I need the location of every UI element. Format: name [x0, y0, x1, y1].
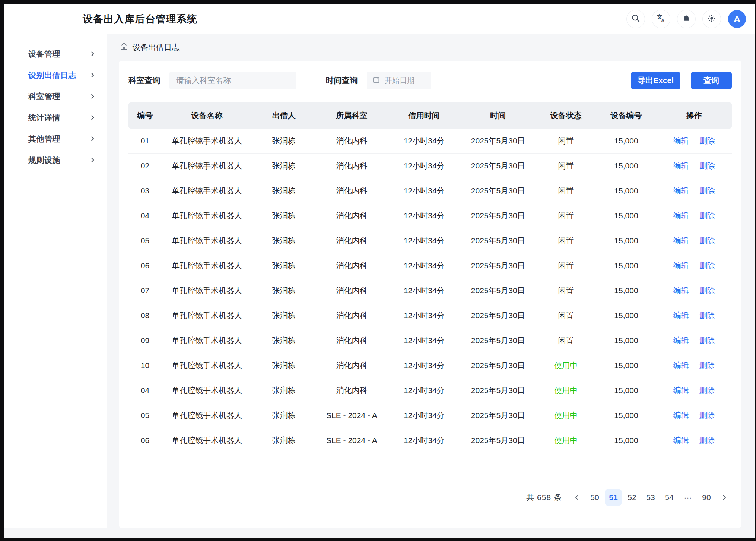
cell-device-name: 单孔腔镜手术机器人 — [162, 335, 252, 346]
start-date-picker[interactable]: 开始日期 — [367, 72, 431, 89]
page-number[interactable]: 52 — [624, 489, 640, 506]
query-button[interactable]: 查询 — [691, 72, 732, 89]
delete-link[interactable]: 删除 — [699, 161, 715, 171]
cell-id: 08 — [128, 311, 162, 320]
cell-borrower: 张润栋 — [252, 435, 315, 446]
page-number[interactable]: 50 — [587, 489, 603, 506]
cell-date: 2025年5月30日 — [460, 435, 536, 446]
delete-link[interactable]: 删除 — [699, 385, 715, 396]
edit-link[interactable]: 编辑 — [673, 335, 689, 346]
cell-borrower: 张润栋 — [252, 136, 315, 146]
column-header: 操作 — [656, 110, 732, 121]
cell-borrower: 张润栋 — [252, 260, 315, 271]
cell-borrow-duration: 12小时34分 — [388, 310, 460, 321]
edit-link[interactable]: 编辑 — [673, 435, 689, 446]
time-query-label: 时间查询 — [326, 75, 358, 86]
delete-link[interactable]: 删除 — [699, 360, 715, 371]
sidebar-item[interactable]: 规则设施 — [4, 149, 107, 171]
edit-link[interactable]: 编辑 — [673, 310, 689, 321]
edit-link[interactable]: 编辑 — [673, 235, 689, 246]
cell-actions: 编辑删除 — [656, 260, 732, 271]
delete-link[interactable]: 删除 — [699, 186, 715, 196]
cell-id: 06 — [128, 436, 162, 445]
column-header: 所属科室 — [315, 110, 388, 121]
edit-link[interactable]: 编辑 — [673, 186, 689, 196]
breadcrumb: 设备出借日志 — [107, 34, 755, 61]
page-number[interactable]: 90 — [698, 489, 715, 506]
edit-link[interactable]: 编辑 — [673, 360, 689, 371]
cell-device-number: 15,000 — [596, 236, 656, 245]
theme-button[interactable] — [703, 10, 721, 28]
user-avatar[interactable]: A — [728, 10, 746, 28]
cell-status: 闲置 — [536, 186, 596, 196]
sidebar-menu: 设备管理设别出借日志科室管理统计详情其他管理规则设施 — [4, 43, 107, 171]
page-number-active[interactable]: 51 — [605, 489, 622, 506]
cell-borrower: 张润栋 — [252, 360, 315, 371]
cell-borrow-duration: 12小时34分 — [388, 385, 460, 396]
header-actions: 文A A — [627, 10, 746, 28]
delete-link[interactable]: 删除 — [699, 310, 715, 321]
sidebar-item[interactable]: 设别出借日志 — [4, 64, 107, 86]
cell-department: SLE - 2024 - A — [315, 436, 388, 445]
cell-device-name: 单孔腔镜手术机器人 — [162, 161, 252, 171]
cell-device-number: 15,000 — [596, 361, 656, 370]
delete-link[interactable]: 删除 — [699, 136, 715, 146]
cell-device-number: 15,000 — [596, 411, 656, 420]
sidebar-item[interactable]: 设备管理 — [4, 43, 107, 64]
table-row: 10单孔腔镜手术机器人张润栋消化内科12小时34分2025年5月30日使用中15… — [128, 353, 732, 378]
sidebar-item[interactable]: 科室管理 — [4, 86, 107, 107]
edit-link[interactable]: 编辑 — [673, 211, 689, 221]
edit-link[interactable]: 编辑 — [673, 285, 689, 296]
cell-actions: 编辑删除 — [656, 335, 732, 346]
cell-borrower: 张润栋 — [252, 410, 315, 421]
sidebar-item[interactable]: 其他管理 — [4, 128, 107, 149]
cell-date: 2025年5月30日 — [460, 385, 536, 396]
filter-bar: 科室查询 时间查询 开始日期 导出Excel 查询 — [128, 72, 732, 89]
sidebar-item[interactable]: 统计详情 — [4, 107, 107, 128]
app-window: 设备出入库后台管理系统 文A — [4, 4, 755, 538]
edit-link[interactable]: 编辑 — [673, 161, 689, 171]
cell-date: 2025年5月30日 — [460, 136, 536, 146]
edit-link[interactable]: 编辑 — [673, 260, 689, 271]
cell-device-name: 单孔腔镜手术机器人 — [162, 310, 252, 321]
translate-button[interactable]: 文A — [652, 10, 670, 28]
cell-date: 2025年5月30日 — [460, 335, 536, 346]
filter-buttons: 导出Excel 查询 — [631, 72, 732, 89]
chevron-right-icon — [89, 93, 96, 99]
top-header: 设备出入库后台管理系统 文A — [4, 4, 755, 34]
delete-link[interactable]: 删除 — [699, 285, 715, 296]
notification-button[interactable] — [677, 10, 695, 28]
table-row: 04单孔腔镜手术机器人张润栋消化内科12小时34分2025年5月30日使用中15… — [128, 378, 732, 403]
delete-link[interactable]: 删除 — [699, 335, 715, 346]
export-excel-button[interactable]: 导出Excel — [631, 72, 680, 89]
edit-link[interactable]: 编辑 — [673, 410, 689, 421]
delete-link[interactable]: 删除 — [699, 410, 715, 421]
more-pages-control[interactable]: ··· — [680, 493, 696, 502]
delete-link[interactable]: 删除 — [699, 235, 715, 246]
cell-actions: 编辑删除 — [656, 410, 732, 421]
edit-link[interactable]: 编辑 — [673, 385, 689, 396]
edit-link[interactable]: 编辑 — [673, 136, 689, 146]
delete-link[interactable]: 删除 — [699, 260, 715, 271]
prev-page-button[interactable] — [569, 489, 584, 506]
cell-status: 闲置 — [536, 161, 596, 171]
cell-department: 消化内科 — [315, 285, 388, 296]
body-row: 设备管理设别出借日志科室管理统计详情其他管理规则设施 设备出借日志 科室查询 时… — [4, 34, 755, 528]
page-number[interactable]: 54 — [661, 489, 677, 506]
cell-department: 消化内科 — [315, 211, 388, 221]
search-button[interactable] — [627, 10, 645, 28]
cell-department: 消化内科 — [315, 335, 388, 346]
sidebar-item-label: 设别出借日志 — [28, 70, 76, 80]
cell-actions: 编辑删除 — [656, 235, 732, 246]
cell-department: 消化内科 — [315, 161, 388, 171]
cell-department: 消化内科 — [315, 136, 388, 146]
delete-link[interactable]: 删除 — [699, 435, 715, 446]
dept-search-input[interactable] — [169, 72, 296, 89]
delete-link[interactable]: 删除 — [699, 211, 715, 221]
next-page-button[interactable] — [717, 489, 732, 506]
svg-text:A: A — [661, 18, 665, 23]
sidebar-item-label: 规则设施 — [28, 155, 60, 165]
cell-device-name: 单孔腔镜手术机器人 — [162, 136, 252, 146]
cell-actions: 编辑删除 — [656, 285, 732, 296]
page-number[interactable]: 53 — [642, 489, 659, 506]
